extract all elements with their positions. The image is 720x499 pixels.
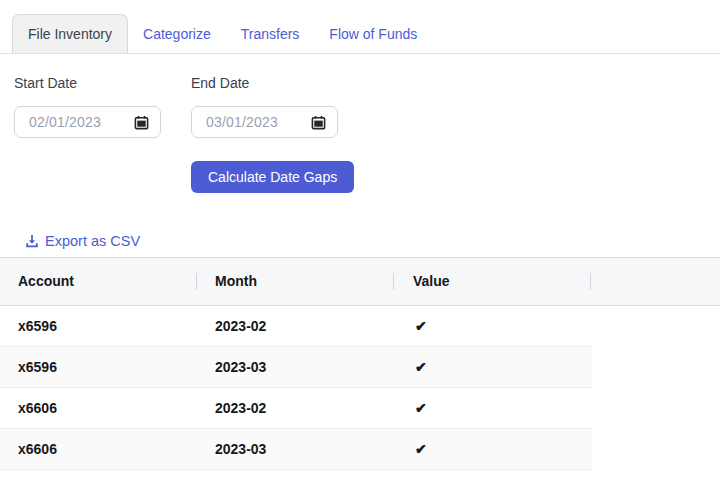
table-row: x6606 2023-02 ✔ bbox=[0, 388, 592, 429]
account-cell: x6596 bbox=[0, 318, 197, 334]
month-cell: 2023-03 bbox=[197, 441, 395, 457]
value-check-cell: ✔ bbox=[395, 318, 592, 334]
table-header: Account Month Value bbox=[0, 257, 720, 306]
export-csv-label: Export as CSV bbox=[45, 233, 140, 249]
end-date-value: 03/01/2023 bbox=[206, 114, 311, 130]
column-divider bbox=[393, 273, 394, 290]
table-body: x6596 2023-02 ✔ x6596 2023-03 ✔ x6606 20… bbox=[0, 306, 592, 470]
month-cell: 2023-02 bbox=[197, 400, 395, 416]
account-cell: x6596 bbox=[0, 359, 197, 375]
table-row: x6606 2023-03 ✔ bbox=[0, 429, 592, 470]
column-divider bbox=[196, 273, 197, 290]
column-header-account: Account bbox=[18, 258, 74, 305]
column-divider bbox=[590, 273, 591, 290]
column-header-month: Month bbox=[215, 258, 257, 305]
calendar-icon[interactable] bbox=[134, 115, 149, 130]
tab-categorize[interactable]: Categorize bbox=[128, 14, 226, 53]
tab-flow-of-funds[interactable]: Flow of Funds bbox=[314, 14, 432, 53]
tab-file-inventory[interactable]: File Inventory bbox=[12, 14, 128, 53]
download-icon bbox=[25, 234, 39, 248]
end-date-label: End Date bbox=[191, 75, 249, 91]
calendar-icon[interactable] bbox=[311, 115, 326, 130]
end-date-input[interactable]: 03/01/2023 bbox=[191, 106, 338, 138]
file-inventory-page: File Inventory Categorize Transfers Flow… bbox=[0, 0, 720, 499]
account-cell: x6606 bbox=[0, 400, 197, 416]
value-check-cell: ✔ bbox=[395, 441, 592, 457]
tab-transfers[interactable]: Transfers bbox=[226, 14, 315, 53]
export-csv-link[interactable]: Export as CSV bbox=[25, 233, 140, 249]
table-row: x6596 2023-02 ✔ bbox=[0, 306, 592, 347]
tab-bar: File Inventory Categorize Transfers Flow… bbox=[0, 14, 720, 54]
value-check-cell: ✔ bbox=[395, 400, 592, 416]
value-check-cell: ✔ bbox=[395, 359, 592, 375]
table-row: x6596 2023-03 ✔ bbox=[0, 347, 592, 388]
month-cell: 2023-02 bbox=[197, 318, 395, 334]
start-date-label: Start Date bbox=[14, 75, 77, 91]
start-date-input[interactable]: 02/01/2023 bbox=[14, 106, 161, 138]
account-cell: x6606 bbox=[0, 441, 197, 457]
start-date-value: 02/01/2023 bbox=[29, 114, 134, 130]
column-header-value: Value bbox=[413, 258, 450, 305]
month-cell: 2023-03 bbox=[197, 359, 395, 375]
calculate-date-gaps-button[interactable]: Calculate Date Gaps bbox=[191, 161, 354, 193]
